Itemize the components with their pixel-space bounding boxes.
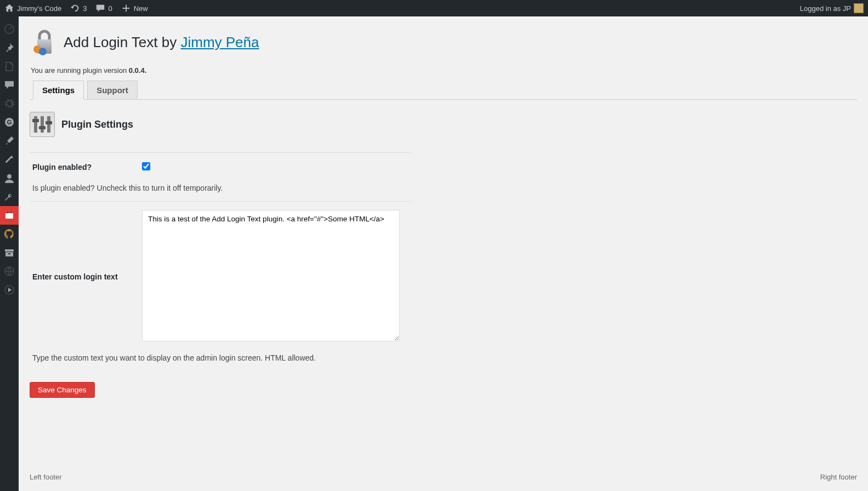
pin-icon (4, 42, 15, 53)
github-icon (4, 229, 15, 239)
site-home-link[interactable]: Jimmy's Code (4, 3, 61, 13)
sidebar-tools[interactable] (0, 132, 19, 150)
brush-icon (4, 154, 15, 165)
main-content: Add Login Text by Jimmy Peña You are run… (19, 16, 868, 491)
footer-left: Left footer (30, 473, 62, 481)
settings-icon (4, 98, 15, 109)
updates-count: 3 (83, 4, 87, 13)
section-title: Plugin Settings (61, 119, 133, 130)
updates-link[interactable]: 3 (70, 3, 87, 13)
enabled-description: Is plugin enabled? Uncheck this to turn … (30, 181, 411, 202)
sidebar-settings[interactable] (0, 94, 19, 113)
svg-rect-5 (5, 249, 14, 252)
sidebar-user[interactable] (0, 169, 19, 187)
svg-point-13 (39, 48, 47, 55)
comments-link[interactable]: 0 (95, 3, 112, 13)
author-link[interactable]: Jimmy Peña (180, 34, 259, 50)
tab-support[interactable]: Support (87, 81, 138, 99)
account-link[interactable]: Logged in as JP (800, 3, 864, 13)
sidebar-pages[interactable] (0, 57, 19, 76)
plugin-icon (4, 210, 15, 221)
circle-g-icon: G (4, 117, 15, 128)
tools-icon (4, 135, 15, 146)
tabs: SettingsSupport (30, 80, 857, 100)
login-text-description: Type the custom text you want to display… (30, 351, 411, 371)
admin-sidebar: G (0, 16, 19, 491)
sidebar-comments[interactable] (0, 76, 19, 94)
sidebar-archive[interactable] (0, 243, 19, 262)
avatar (854, 3, 864, 13)
section-heading: Plugin Settings (30, 112, 857, 137)
page-title: Add Login Text by Jimmy Peña (64, 34, 259, 51)
page-heading: Add Login Text by Jimmy Peña (30, 27, 857, 58)
svg-text:G: G (7, 119, 12, 125)
archive-icon (4, 247, 15, 258)
sidebar-plugin[interactable] (0, 206, 19, 225)
version-note: You are running plugin version 0.0.4. (31, 66, 857, 75)
svg-rect-4 (5, 213, 13, 219)
enabled-label: Plugin enabled? (30, 153, 139, 182)
login-text-textarea[interactable] (142, 210, 400, 341)
update-icon (70, 3, 80, 13)
home-icon (4, 3, 14, 13)
tab-settings[interactable]: Settings (33, 81, 84, 100)
sidebar-dashboard[interactable] (0, 20, 19, 38)
footer-right: Right footer (820, 473, 857, 481)
admin-footer: Left footer Right footer (30, 465, 857, 491)
sidebar-pin[interactable] (0, 38, 19, 57)
sidebar-globe[interactable] (0, 262, 19, 281)
comment-icon (95, 3, 105, 13)
logged-in-label: Logged in as JP (800, 4, 851, 13)
sidebar-play[interactable] (0, 281, 19, 299)
enabled-checkbox[interactable] (142, 162, 150, 170)
pages-icon (4, 61, 15, 72)
comments-icon (4, 79, 15, 90)
admin-top-bar: Jimmy's Code 3 0 New Logged in as JP (0, 0, 868, 16)
sidebar-wrench[interactable] (0, 187, 19, 206)
login-text-label: Enter custom login text (30, 202, 139, 352)
plus-icon (121, 3, 131, 13)
sidebar-github[interactable] (0, 225, 19, 243)
user-icon (4, 173, 15, 184)
plugin-header-icon (30, 27, 57, 58)
svg-rect-7 (8, 253, 10, 254)
new-label: New (134, 4, 148, 13)
sliders-icon (30, 112, 55, 137)
comments-count: 0 (108, 4, 112, 13)
dashboard-icon (4, 24, 15, 35)
svg-point-3 (7, 174, 12, 179)
site-name: Jimmy's Code (17, 4, 61, 13)
sidebar-circle-g[interactable]: G (0, 113, 19, 132)
settings-form: Plugin enabled? Is plugin enabled? Unche… (30, 152, 411, 371)
sidebar-brush[interactable] (0, 150, 19, 169)
save-button[interactable]: Save Changes (30, 382, 95, 398)
play-icon (4, 284, 15, 295)
wrench-icon (4, 191, 15, 202)
globe-icon (4, 266, 15, 277)
new-content-link[interactable]: New (121, 3, 148, 13)
